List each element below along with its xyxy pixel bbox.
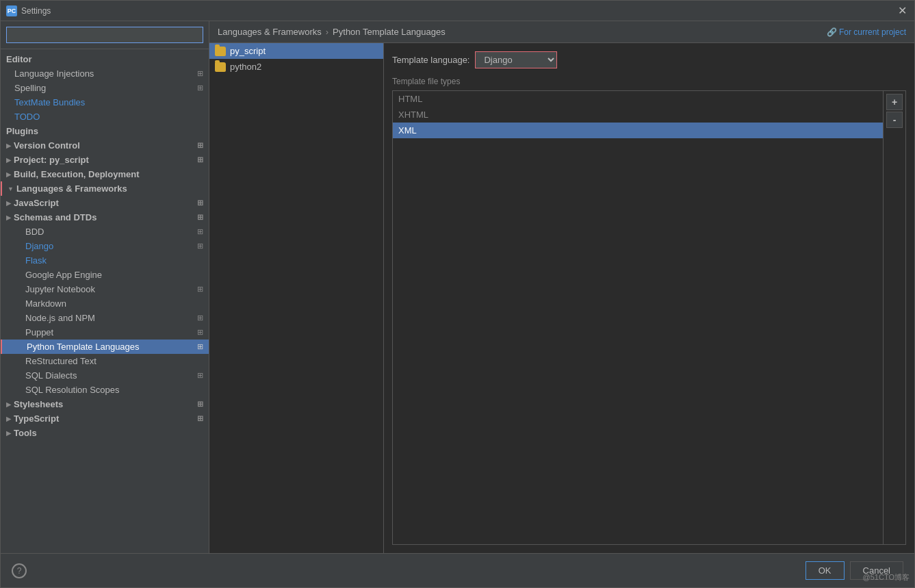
project-panel: py_script python2: [209, 43, 384, 553]
file-types-buttons: + -: [883, 91, 905, 544]
search-input[interactable]: [6, 27, 203, 43]
file-types-container: HTML XHTML XML + -: [392, 90, 906, 545]
remove-file-type-button[interactable]: -: [886, 112, 903, 128]
badge-icon: ⊞: [197, 342, 203, 351]
typescript-label: TypeScript: [14, 413, 59, 424]
for-project-label: For current project: [839, 27, 906, 37]
right-panel: Languages & Frameworks › Python Template…: [209, 21, 914, 553]
languages-frameworks-label: Languages & Frameworks: [16, 183, 127, 194]
sidebar-item-schemas-dtds[interactable]: ▶ Schemas and DTDs ⊞: [1, 210, 209, 225]
watermark: @51CTO博客: [863, 572, 910, 583]
settings-window: PC Settings ✕ 🔍 Editor Language Injectio…: [0, 0, 915, 588]
project-item-python2[interactable]: python2: [209, 59, 383, 75]
sidebar-item-puppet[interactable]: Puppet ⊞: [1, 325, 209, 340]
sidebar-item-nodejs-npm[interactable]: Node.js and NPM ⊞: [1, 311, 209, 325]
sidebar-item-javascript[interactable]: ▶ JavaScript ⊞: [1, 196, 209, 210]
sidebar-item-django[interactable]: Django ⊞: [1, 239, 209, 253]
add-file-type-button[interactable]: +: [886, 94, 903, 110]
breadcrumb: Languages & Frameworks › Python Template…: [209, 21, 914, 43]
breadcrumb-part1: Languages & Frameworks: [218, 27, 322, 37]
sidebar-item-language-injections[interactable]: Language Injections ⊞: [1, 66, 209, 81]
file-types-section-label: Template file types: [392, 77, 906, 86]
help-label: ?: [17, 566, 22, 576]
project-label: Project: py_script: [14, 155, 89, 165]
file-type-html[interactable]: HTML: [393, 91, 883, 107]
file-types-list: HTML XHTML XML: [393, 91, 883, 544]
badge-icon: ⊞: [197, 371, 203, 380]
template-language-label: Template language:: [392, 55, 469, 65]
sidebar-tree: Editor Language Injections ⊞ Spelling ⊞ …: [1, 49, 209, 553]
badge-icon: ⊞: [197, 285, 203, 294]
bottom-bar: ? OK Cancel: [1, 553, 914, 587]
sidebar-item-editor[interactable]: Editor: [1, 52, 209, 66]
template-language-row: Template language: Django Jinja2 Mako Ch…: [392, 51, 906, 68]
search-wrapper: 🔍: [6, 27, 203, 43]
main-content: 🔍 Editor Language Injections ⊞ Spelling …: [1, 21, 914, 553]
python-template-languages-label: Python Template Languages: [27, 342, 140, 352]
sidebar-item-version-control[interactable]: ▶ Version Control ⊞: [1, 138, 209, 153]
settings-panel: Template language: Django Jinja2 Mako Ch…: [384, 43, 914, 553]
sidebar-item-typescript[interactable]: ▶ TypeScript ⊞: [1, 411, 209, 426]
build-label: Build, Execution, Deployment: [14, 169, 139, 179]
badge-icon: ⊞: [197, 213, 203, 222]
sidebar-item-project[interactable]: ▶ Project: py_script ⊞: [1, 153, 209, 167]
window-title: Settings: [21, 6, 51, 16]
badge-icon: ⊞: [197, 69, 203, 78]
sidebar-item-markdown[interactable]: Markdown: [1, 296, 209, 311]
search-box: 🔍: [1, 21, 209, 49]
breadcrumb-part2: Python Template Languages: [333, 27, 446, 37]
sidebar-item-plugins[interactable]: Plugins: [1, 124, 209, 138]
todo-label: TODO: [14, 112, 40, 122]
sidebar-item-tools[interactable]: ▶ Tools: [1, 426, 209, 440]
file-type-xhtml[interactable]: XHTML: [393, 107, 883, 123]
template-language-select[interactable]: Django Jinja2 Mako Cheetah None: [475, 51, 557, 68]
puppet-label: Puppet: [25, 327, 53, 337]
sidebar-item-flask[interactable]: Flask: [1, 253, 209, 268]
restructured-text-label: ReStructured Text: [25, 356, 96, 366]
jupyter-notebook-label: Jupyter Notebook: [25, 284, 95, 294]
sidebar-item-python-template-languages[interactable]: Python Template Languages ⊞: [1, 340, 209, 354]
sidebar-item-bdd[interactable]: BDD ⊞: [1, 225, 209, 239]
google-app-engine-label: Google App Engine: [25, 270, 102, 280]
for-current-project-link[interactable]: 🔗 For current project: [827, 27, 906, 37]
badge-icon: ⊞: [197, 328, 203, 337]
sidebar-item-languages-frameworks[interactable]: ▼ Languages & Frameworks: [1, 181, 209, 196]
chevron-right-icon: ▶: [6, 171, 11, 178]
django-label: Django: [25, 241, 53, 251]
editor-label: Editor: [6, 54, 32, 64]
schemas-dtds-label: Schemas and DTDs: [14, 212, 96, 222]
sidebar-item-sql-resolution-scopes[interactable]: SQL Resolution Scopes: [1, 383, 209, 397]
chevron-right-icon: ▶: [6, 430, 11, 437]
app-icon: PC: [6, 5, 17, 16]
stylesheets-label: Stylesheets: [14, 399, 63, 409]
sidebar-item-jupyter-notebook[interactable]: Jupyter Notebook ⊞: [1, 282, 209, 296]
sidebar-item-google-app-engine[interactable]: Google App Engine: [1, 268, 209, 282]
chevron-right-icon: ▶: [6, 401, 11, 408]
project-item-py-script[interactable]: py_script: [209, 43, 383, 59]
chevron-right-icon: ▶: [6, 200, 11, 207]
sidebar-item-todo[interactable]: TODO: [1, 110, 209, 124]
help-button[interactable]: ?: [12, 563, 27, 578]
sidebar-item-textmate-bundles[interactable]: TextMate Bundles: [1, 95, 209, 110]
file-type-xml[interactable]: XML: [393, 123, 883, 138]
chevron-right-icon: ▶: [6, 157, 11, 164]
content-area: py_script python2 Template language: Dja…: [209, 43, 914, 553]
badge-icon: ⊞: [197, 155, 203, 164]
close-button[interactable]: ✕: [895, 4, 909, 18]
bdd-label: BDD: [25, 227, 44, 237]
sidebar-item-restructured-text[interactable]: ReStructured Text: [1, 354, 209, 368]
ok-button[interactable]: OK: [806, 561, 845, 580]
sidebar-item-spelling[interactable]: Spelling ⊞: [1, 81, 209, 95]
nodejs-npm-label: Node.js and NPM: [25, 313, 95, 323]
badge-icon: ⊞: [197, 242, 203, 251]
sidebar-item-build[interactable]: ▶ Build, Execution, Deployment: [1, 167, 209, 181]
spelling-label: Spelling: [14, 83, 46, 93]
badge-icon: ⊞: [197, 199, 203, 207]
sidebar-item-stylesheets[interactable]: ▶ Stylesheets ⊞: [1, 397, 209, 411]
javascript-label: JavaScript: [14, 198, 59, 208]
sidebar-item-sql-dialects[interactable]: SQL Dialects ⊞: [1, 368, 209, 383]
tools-label: Tools: [14, 428, 37, 438]
chevron-right-icon: ▶: [6, 214, 11, 221]
chevron-right-icon: ▶: [6, 142, 11, 149]
title-bar: PC Settings ✕: [1, 1, 914, 21]
